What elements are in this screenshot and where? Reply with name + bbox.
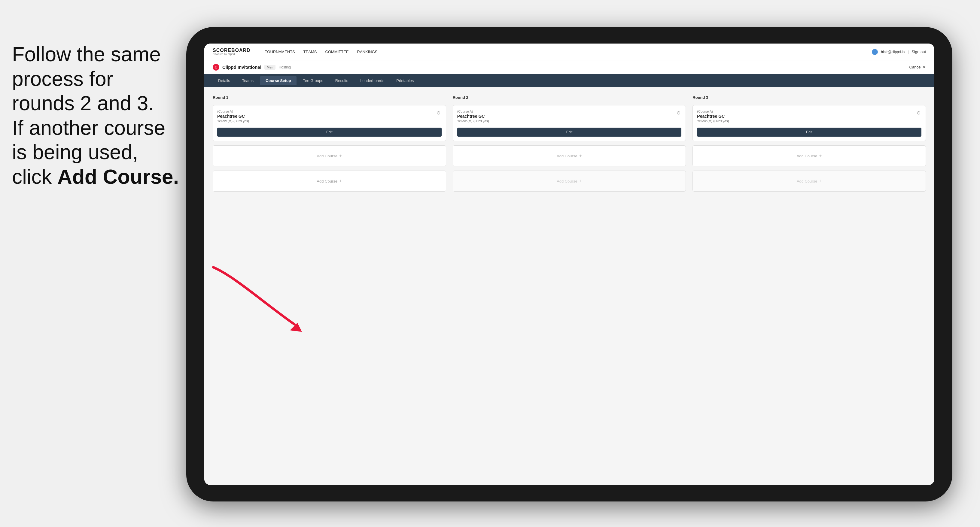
sign-out-link[interactable]: Sign out	[912, 48, 926, 55]
scoreboard-logo: SCOREBOARD Powered by clippd	[213, 48, 251, 56]
round-1-column: Round 1 (Course A) Peachtree GC Yellow (…	[213, 95, 446, 192]
nav-rankings[interactable]: RANKINGS	[357, 48, 378, 55]
cancel-button[interactable]: Cancel ✕	[909, 65, 926, 69]
event-status: Hosting	[278, 65, 291, 69]
round-3-course-card: (Course A) Peachtree GC Yellow (M) (6629…	[692, 105, 926, 141]
logo-main: SCOREBOARD	[213, 48, 251, 53]
instruction-line5: is being used,	[12, 141, 138, 163]
round-3-add-course-text-2: Add Course +	[797, 178, 822, 184]
round-2-add-course-2: Add Course +	[453, 171, 686, 192]
round-1-edit-button[interactable]: Edit	[217, 128, 442, 137]
tab-results[interactable]: Results	[330, 76, 353, 85]
round-3-add-label-1: Add Course	[797, 154, 818, 158]
round-1-card-header: (Course A) Peachtree GC Yellow (M) (6629…	[217, 110, 442, 126]
round-2-course-name: Peachtree GC	[457, 114, 489, 119]
rounds-grid: Round 1 (Course A) Peachtree GC Yellow (…	[213, 95, 926, 192]
round-1-plus-icon-1: +	[339, 153, 342, 159]
round-2-plus-icon-1: +	[579, 153, 582, 159]
round-3-card-header: (Course A) Peachtree GC Yellow (M) (6629…	[697, 110, 921, 126]
instruction-line4: If another course	[12, 116, 165, 139]
round-1-label: Round 1	[213, 95, 446, 100]
round-1-add-label-2: Add Course	[317, 179, 337, 184]
nav-teams[interactable]: TEAMS	[304, 48, 317, 55]
round-1-plus-icon-2: +	[339, 178, 342, 184]
round-3-column: Round 3 (Course A) Peachtree GC Yellow (…	[692, 95, 926, 192]
round-3-course-detail: Yellow (M) (6629 yds)	[697, 119, 729, 123]
instruction-bold: Add Course.	[57, 165, 179, 188]
round-2-add-course-text-2: Add Course +	[557, 178, 582, 184]
round-1-course-name: Peachtree GC	[217, 114, 249, 119]
tab-leaderboards[interactable]: Leaderboards	[355, 76, 390, 85]
sub-header-left: C Clippd Invitational Men Hosting	[213, 64, 291, 71]
instruction-line6: click	[12, 165, 57, 188]
round-2-plus-icon-2: +	[579, 178, 582, 184]
round-2-card-header: (Course A) Peachtree GC Yellow (M) (6629…	[457, 110, 682, 126]
round-1-course-label: (Course A)	[217, 110, 249, 113]
round-3-label: Round 3	[692, 95, 926, 100]
user-email: blair@clippd.io	[881, 50, 905, 54]
tab-course-setup[interactable]: Course Setup	[260, 76, 296, 85]
round-1-add-course-text-2: Add Course +	[317, 178, 342, 184]
round-2-label: Round 2	[453, 95, 686, 100]
round-2-course-detail: Yellow (M) (6629 yds)	[457, 119, 489, 123]
sub-header: C Clippd Invitational Men Hosting Cancel…	[204, 60, 934, 74]
round-3-plus-icon-1: +	[819, 153, 822, 159]
separator: |	[908, 50, 908, 54]
tab-details[interactable]: Details	[213, 76, 235, 85]
round-2-add-course-text-1: Add Course +	[557, 153, 582, 159]
logo-sub: Powered by clippd	[213, 53, 251, 56]
brand-logo: C	[213, 64, 219, 71]
cancel-label: Cancel	[909, 65, 921, 69]
round-2-course-label: (Course A)	[457, 110, 489, 113]
round-1-course-card: (Course A) Peachtree GC Yellow (M) (6629…	[213, 105, 446, 141]
round-2-add-label-2: Add Course	[557, 179, 578, 184]
tablet-frame: SCOREBOARD Powered by clippd TOURNAMENTS…	[186, 27, 952, 502]
instruction-text: Follow the same process for rounds 2 and…	[0, 42, 210, 189]
top-nav: SCOREBOARD Powered by clippd TOURNAMENTS…	[204, 44, 934, 60]
tab-printables[interactable]: Printables	[391, 76, 419, 85]
round-3-course-name: Peachtree GC	[697, 114, 729, 119]
round-2-add-course-1[interactable]: Add Course +	[453, 145, 686, 167]
round-3-add-label-2: Add Course	[797, 179, 818, 184]
nav-committee[interactable]: COMMITTEE	[325, 48, 349, 55]
user-avatar	[872, 49, 878, 55]
round-3-delete-icon[interactable]: ⊙	[915, 110, 921, 116]
brand-letter: C	[215, 65, 217, 69]
main-content: Round 1 (Course A) Peachtree GC Yellow (…	[204, 87, 934, 485]
cancel-icon: ✕	[923, 65, 926, 69]
round-3-add-course-1[interactable]: Add Course +	[692, 145, 926, 167]
round-3-plus-icon-2: +	[819, 178, 822, 184]
event-badge: Men	[264, 65, 275, 70]
instruction-line1: Follow the same	[12, 43, 161, 65]
tablet-screen: SCOREBOARD Powered by clippd TOURNAMENTS…	[204, 44, 934, 485]
top-nav-right: blair@clippd.io | Sign out	[872, 48, 926, 55]
round-1-add-label-1: Add Course	[317, 154, 337, 158]
round-3-edit-button[interactable]: Edit	[697, 128, 921, 137]
round-3-add-course-text-1: Add Course +	[797, 153, 822, 159]
top-nav-links: TOURNAMENTS TEAMS COMMITTEE RANKINGS	[265, 48, 862, 55]
round-2-course-card: (Course A) Peachtree GC Yellow (M) (6629…	[453, 105, 686, 141]
instruction-line2: process for	[12, 67, 113, 90]
nav-tournaments[interactable]: TOURNAMENTS	[265, 48, 295, 55]
tab-teams[interactable]: Teams	[237, 76, 259, 85]
tab-tee-groups[interactable]: Tee Groups	[298, 76, 329, 85]
tab-bar: Details Teams Course Setup Tee Groups Re…	[204, 74, 934, 87]
round-1-add-course-text-1: Add Course +	[317, 153, 342, 159]
instruction-line3: rounds 2 and 3.	[12, 92, 154, 114]
event-title: Clippd Invitational	[222, 65, 261, 70]
round-3-add-course-2: Add Course +	[692, 171, 926, 192]
round-2-add-label-1: Add Course	[557, 154, 578, 158]
round-3-course-label: (Course A)	[697, 110, 729, 113]
round-2-delete-icon[interactable]: ⊙	[675, 110, 681, 116]
round-1-add-course-2[interactable]: Add Course +	[213, 171, 446, 192]
round-1-delete-icon[interactable]: ⊙	[436, 110, 442, 116]
round-1-add-course-1[interactable]: Add Course +	[213, 145, 446, 167]
round-2-column: Round 2 (Course A) Peachtree GC Yellow (…	[453, 95, 686, 192]
round-2-edit-button[interactable]: Edit	[457, 128, 682, 137]
round-1-course-detail: Yellow (M) (6629 yds)	[217, 119, 249, 123]
